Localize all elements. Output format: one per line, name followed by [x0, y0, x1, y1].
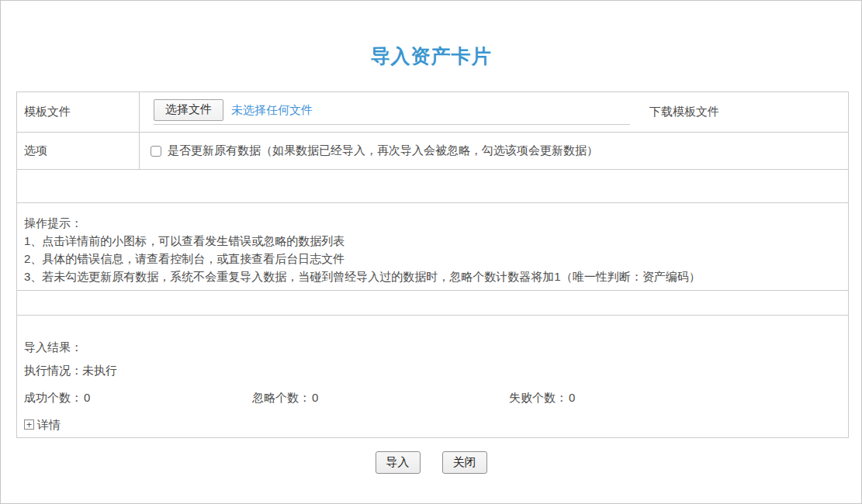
ignored-count: 忽略个数：0	[252, 392, 509, 403]
update-checkbox[interactable]	[151, 146, 161, 157]
ignored-count-label: 忽略个数：	[252, 391, 310, 404]
result-row: 导入结果： 执行情况：未执行 成功个数：0 忽略个数：0 失败个数：0	[17, 316, 849, 438]
tip-item-1: 1、点击详情前的小图标，可以查看发生错误或忽略的数据列表	[24, 232, 841, 250]
ignored-count-value: 0	[312, 391, 318, 404]
spacer-row	[17, 170, 849, 203]
status-value: 未执行	[82, 364, 117, 377]
success-count-label: 成功个数：	[24, 391, 82, 404]
action-buttons: 导入 关闭	[1, 451, 861, 474]
import-form-table: 模板文件 选择文件 未选择任何文件 下载模板文件 选项	[16, 91, 849, 438]
counts-line: 成功个数：0 忽略个数：0 失败个数：0	[24, 392, 848, 403]
download-template-link[interactable]: 下载模板文件	[649, 105, 719, 119]
file-input[interactable]: 选择文件 未选择任何文件	[154, 99, 630, 125]
file-line: 选择文件 未选择任何文件 下载模板文件	[154, 99, 848, 125]
update-checkbox-label: 是否更新原有数据（如果数据已经导入，再次导入会被忽略，勾选该项会更新数据）	[168, 143, 598, 158]
spacer-row	[17, 291, 849, 316]
options-label: 选项	[17, 133, 140, 170]
page-title: 导入资产卡片	[1, 43, 861, 69]
tip-item-3: 3、若未勾选更新原有数据，系统不会重复导入数据，当碰到曾经导入过的数据时，忽略个…	[24, 268, 841, 285]
success-count: 成功个数：0	[24, 392, 252, 403]
close-button[interactable]: 关闭	[442, 451, 487, 474]
failed-count: 失败个数：0	[509, 392, 575, 403]
failed-count-value: 0	[569, 391, 575, 404]
success-count-value: 0	[84, 391, 90, 404]
template-file-label: 模板文件	[17, 92, 140, 133]
tip-item-2: 2、具体的错误信息，请查看控制台，或直接查看后台日志文件	[24, 250, 841, 268]
import-dialog: 导入资产卡片 模板文件 选择文件 未选择任何文件 下载模板文件 选项	[0, 0, 862, 504]
tips-row: 操作提示： 1、点击详情前的小图标，可以查看发生错误或忽略的数据列表 2、具体的…	[17, 203, 849, 291]
options-row: 选项 是否更新原有数据（如果数据已经导入，再次导入会被忽略，勾选该项会更新数据）	[17, 133, 849, 170]
detail-toggle[interactable]: + 详情	[24, 419, 78, 430]
tips-heading: 操作提示：	[24, 214, 841, 232]
status-label: 执行情况：	[24, 364, 82, 377]
template-file-row: 模板文件 选择文件 未选择任何文件 下载模板文件	[17, 92, 849, 133]
result-heading: 导入结果：	[24, 341, 848, 353]
import-button[interactable]: 导入	[376, 451, 421, 474]
spacer-cell	[17, 170, 849, 203]
detail-label: 详情	[37, 419, 61, 430]
status-line: 执行情况：未执行	[24, 364, 848, 376]
spacer-cell	[17, 291, 849, 316]
no-file-selected-text: 未选择任何文件	[231, 103, 313, 118]
choose-file-button[interactable]: 选择文件	[154, 99, 223, 121]
failed-count-label: 失败个数：	[509, 391, 567, 404]
expand-plus-icon[interactable]: +	[24, 419, 34, 430]
update-option: 是否更新原有数据（如果数据已经导入，再次导入会被忽略，勾选该项会更新数据）	[154, 143, 848, 158]
